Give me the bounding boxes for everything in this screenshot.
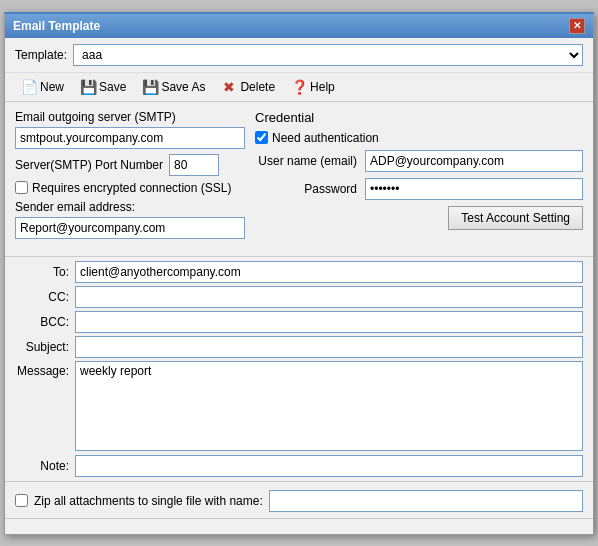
to-input[interactable]	[75, 261, 583, 283]
status-bar	[5, 518, 593, 534]
template-select[interactable]: aaa	[73, 44, 583, 66]
divider-2	[5, 481, 593, 482]
save-as-label: Save As	[161, 80, 205, 94]
ssl-row: Requires encrypted connection (SSL)	[15, 181, 245, 195]
password-input[interactable]	[365, 178, 583, 200]
new-button[interactable]: 📄 New	[15, 77, 70, 97]
username-row: User name (email)	[255, 150, 583, 172]
template-row: Template: aaa	[5, 38, 593, 73]
form-section: To: CC: BCC: Subject: Message: weekly re…	[5, 261, 593, 477]
new-label: New	[40, 80, 64, 94]
window-title: Email Template	[13, 19, 100, 33]
message-label: Message:	[15, 361, 75, 378]
save-button[interactable]: 💾 Save	[74, 77, 132, 97]
help-icon: ❓	[291, 79, 307, 95]
delete-label: Delete	[240, 80, 275, 94]
left-panel: Email outgoing server (SMTP) Server(SMTP…	[15, 110, 245, 244]
help-button[interactable]: ❓ Help	[285, 77, 341, 97]
help-label: Help	[310, 80, 335, 94]
sender-label: Sender email address:	[15, 200, 245, 214]
username-input[interactable]	[365, 150, 583, 172]
new-icon: 📄	[21, 79, 37, 95]
smtp-section-label: Email outgoing server (SMTP)	[15, 110, 245, 124]
save-as-button[interactable]: 💾 Save As	[136, 77, 211, 97]
to-row: To:	[15, 261, 583, 283]
zip-checkbox[interactable]	[15, 494, 28, 507]
zip-input[interactable]	[269, 490, 583, 512]
port-input[interactable]	[169, 154, 219, 176]
need-auth-checkbox[interactable]	[255, 131, 268, 144]
need-auth-row: Need authentication	[255, 131, 583, 145]
password-row: Password	[255, 178, 583, 200]
port-row: Server(SMTP) Port Number	[15, 154, 245, 176]
right-panel: Credential Need authentication User name…	[255, 110, 583, 244]
bcc-label: BCC:	[15, 315, 75, 329]
zip-label: Zip all attachments to single file with …	[34, 494, 263, 508]
title-bar: Email Template ✕	[5, 14, 593, 38]
body-area: Email outgoing server (SMTP) Server(SMTP…	[5, 102, 593, 252]
bcc-input[interactable]	[75, 311, 583, 333]
cc-row: CC:	[15, 286, 583, 308]
to-label: To:	[15, 265, 75, 279]
credential-section-label: Credential	[255, 110, 583, 125]
main-window: Email Template ✕ Template: aaa 📄 New 💾 S…	[4, 12, 594, 535]
subject-input[interactable]	[75, 336, 583, 358]
ssl-label: Requires encrypted connection (SSL)	[32, 181, 231, 195]
note-row: Note:	[15, 455, 583, 477]
delete-icon: ✖	[221, 79, 237, 95]
close-button[interactable]: ✕	[569, 18, 585, 34]
subject-label: Subject:	[15, 340, 75, 354]
test-account-button[interactable]: Test Account Setting	[448, 206, 583, 230]
subject-row: Subject:	[15, 336, 583, 358]
note-label: Note:	[15, 459, 75, 473]
cc-input[interactable]	[75, 286, 583, 308]
save-as-icon: 💾	[142, 79, 158, 95]
toolbar: 📄 New 💾 Save 💾 Save As ✖ Delete ❓ Help	[5, 73, 593, 102]
template-label: Template:	[15, 48, 67, 62]
delete-button[interactable]: ✖ Delete	[215, 77, 281, 97]
bottom-row: Zip all attachments to single file with …	[5, 486, 593, 518]
ssl-checkbox[interactable]	[15, 181, 28, 194]
save-label: Save	[99, 80, 126, 94]
message-textarea[interactable]: weekly report	[75, 361, 583, 451]
sender-input[interactable]	[15, 217, 245, 239]
smtp-input[interactable]	[15, 127, 245, 149]
port-label: Server(SMTP) Port Number	[15, 158, 163, 172]
note-input[interactable]	[75, 455, 583, 477]
divider-1	[5, 256, 593, 257]
save-icon: 💾	[80, 79, 96, 95]
bcc-row: BCC:	[15, 311, 583, 333]
cc-label: CC:	[15, 290, 75, 304]
username-label: User name (email)	[255, 154, 365, 168]
need-auth-label: Need authentication	[272, 131, 379, 145]
message-row: Message: weekly report	[15, 361, 583, 451]
password-label: Password	[255, 182, 365, 196]
